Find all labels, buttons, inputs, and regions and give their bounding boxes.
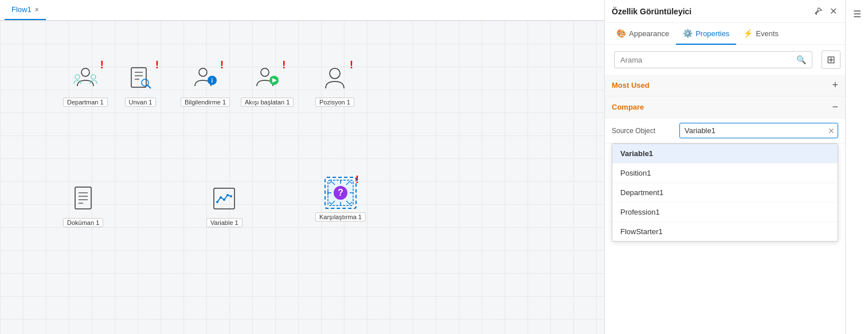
node-label-akis-baslatan1: Akışı başlatan 1 (241, 98, 294, 107)
sidebar-icons: ☰ (845, 0, 868, 334)
tab-properties-label: Properties (695, 29, 729, 38)
events-icon: ⚡ (743, 29, 753, 38)
svg-point-22 (216, 201, 218, 203)
node-unvan1[interactable]: ! Unvan 1 (123, 61, 158, 107)
node-label-bilgilendirme1: Bilgilendirme 1 (181, 98, 230, 107)
tab-events-label: Events (756, 29, 779, 38)
canvas-area: Flow1 × ! Departman 1! Unvan 1! (0, 0, 604, 334)
node-label-departman1: Departman 1 (63, 98, 108, 107)
panel-header-actions: ✕ (812, 5, 838, 18)
compare-section-header: Compare − (605, 96, 845, 118)
node-label-dokuman1: Doküman 1 (63, 218, 103, 227)
node-akis-baslatan1[interactable]: ! Akışı başlatan 1 (241, 61, 294, 107)
dropdown-list: Variable1Position1Department1Profession1… (612, 143, 838, 242)
tab-appearance[interactable]: 🎨 Appearance (609, 23, 676, 45)
panel-pin-button[interactable] (812, 5, 824, 18)
tab-events[interactable]: ⚡ Events (736, 23, 785, 45)
node-icon-karsilastirma1: ! ? (323, 176, 358, 210)
svg-point-9 (199, 68, 207, 76)
right-panel: Özellik Görüntüleyici ✕ 🎨 Appearance ⚙️ … (604, 0, 845, 334)
compare-collapse-button[interactable]: − (832, 101, 838, 113)
node-icon-bilgilendirme1: ! i (188, 61, 222, 95)
flow-tab-label: Flow1 (11, 5, 32, 14)
error-badge-pozisyon1: ! (350, 60, 353, 70)
tab-properties[interactable]: ⚙️ Properties (676, 23, 736, 45)
svg-point-24 (223, 199, 225, 201)
source-object-input[interactable] (679, 123, 838, 138)
svg-rect-3 (131, 68, 146, 87)
tab-appearance-label: Appearance (629, 29, 669, 38)
node-icon-departman1: ! (68, 61, 103, 95)
source-object-input-container: ✕ (679, 123, 838, 138)
error-badge-unvan1: ! (155, 60, 159, 70)
node-icon-inner-bilgilendirme1: i (189, 62, 221, 94)
svg-line-8 (147, 85, 151, 88)
error-badge-karsilastirma1: ! (355, 174, 359, 185)
tab-close-button[interactable]: × (35, 6, 39, 14)
node-variable1[interactable]: Variable 1 (206, 181, 243, 227)
sidebar-menu-button[interactable]: ☰ (848, 5, 866, 23)
svg-point-25 (226, 194, 229, 196)
node-label-karsilastirma1: Karşılaştırma 1 (315, 212, 366, 222)
node-icon-inner-dokuman1 (67, 182, 99, 215)
error-badge-bilgilendirme1: ! (220, 60, 224, 70)
node-icon-pozisyon1: ! (318, 61, 352, 95)
most-used-add-button[interactable]: + (832, 79, 838, 91)
dropdown-item-department1[interactable]: Department1 (612, 183, 838, 203)
node-karsilastirma1[interactable]: ! ? Karşılaştırma 1 (315, 176, 366, 222)
canvas-grid[interactable]: ! Departman 1! Unvan 1! i Bilgilendirme (0, 21, 604, 334)
svg-point-2 (91, 75, 96, 79)
svg-point-0 (81, 68, 89, 76)
dropdown-item-variable1[interactable]: Variable1 (612, 144, 838, 164)
search-icon[interactable]: 🔍 (791, 52, 812, 68)
source-object-row: Source Object ✕ (605, 118, 845, 143)
compare-title: Compare (612, 103, 644, 111)
error-badge-akis-baslatan1: ! (282, 60, 286, 70)
node-icon-inner-variable1 (208, 182, 240, 215)
dropdown-item-flowstarter1[interactable]: FlowStarter1 (612, 222, 838, 241)
node-icon-unvan1: ! (123, 61, 158, 95)
error-badge-departman1: ! (100, 60, 104, 70)
pin-icon (814, 7, 823, 16)
source-object-clear-button[interactable]: ✕ (828, 126, 835, 135)
node-icon-inner-karsilastirma1: ? (324, 177, 357, 209)
node-label-pozisyon1: Pozisyon 1 (315, 98, 354, 107)
svg-point-12 (261, 68, 269, 76)
appearance-icon: 🎨 (616, 29, 626, 38)
node-icon-variable1 (207, 181, 241, 216)
properties-icon: ⚙️ (683, 29, 693, 38)
node-icon-dokuman1 (66, 181, 100, 216)
node-label-unvan1: Unvan 1 (125, 98, 157, 107)
node-icon-akis-baslatan1: ! (250, 61, 284, 95)
node-icon-inner-unvan1 (124, 62, 157, 94)
svg-point-1 (75, 75, 80, 79)
node-label-variable1: Variable 1 (206, 218, 243, 227)
source-object-label: Source Object (612, 127, 675, 135)
flow-tab[interactable]: Flow1 × (5, 0, 46, 20)
svg-point-26 (230, 195, 232, 197)
dropdown-item-position1[interactable]: Position1 (612, 164, 838, 183)
svg-text:?: ? (338, 188, 343, 197)
most-used-title: Most Used (612, 81, 650, 90)
panel-tabs: 🎨 Appearance ⚙️ Properties ⚡ Events (605, 23, 845, 45)
search-bar: 🔍 (614, 51, 812, 68)
add-property-button[interactable]: ⊞ (822, 51, 840, 69)
panel-title: Özellik Görüntüleyici (612, 7, 691, 16)
panel-header: Özellik Görüntüleyici ✕ (605, 0, 845, 23)
tab-bar: Flow1 × (0, 0, 604, 21)
panel-close-button[interactable]: ✕ (828, 5, 838, 18)
svg-rect-16 (75, 187, 91, 209)
search-input[interactable] (615, 52, 791, 68)
node-icon-inner-akis-baslatan1 (251, 62, 283, 94)
node-pozisyon1[interactable]: ! Pozisyon 1 (315, 61, 354, 107)
svg-point-15 (330, 68, 340, 79)
node-bilgilendirme1[interactable]: ! i Bilgilendirme 1 (181, 61, 230, 107)
dropdown-item-profession1[interactable]: Profession1 (612, 203, 838, 222)
node-departman1[interactable]: ! Departman 1 (63, 61, 108, 107)
svg-text:i: i (212, 77, 213, 84)
node-icon-inner-departman1 (69, 62, 101, 94)
node-dokuman1[interactable]: Doküman 1 (63, 181, 103, 227)
node-icon-inner-pozisyon1 (319, 62, 351, 94)
svg-point-23 (220, 196, 222, 199)
most-used-section-header: Most Used + (605, 75, 845, 96)
